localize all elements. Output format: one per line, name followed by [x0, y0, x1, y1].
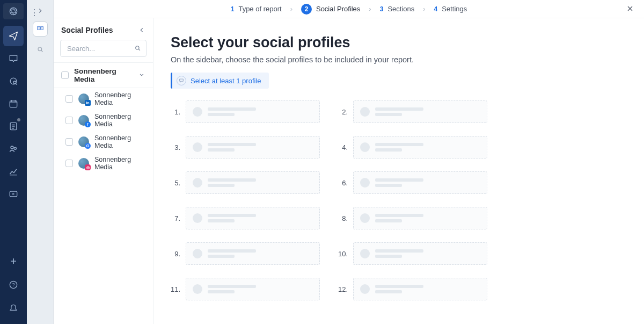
profile-group-header[interactable]: Sonnenberg Media [54, 62, 153, 88]
sidebar-title: Social Profiles [61, 26, 113, 34]
slot-placeholder [186, 242, 320, 265]
slot-number: 9. [171, 250, 180, 258]
profile-slot[interactable]: 8. [338, 207, 487, 229]
step-sections[interactable]: 3Sections [380, 5, 415, 13]
group-name: Sonnenberg Media [74, 67, 133, 83]
profile-slot[interactable]: 9. [171, 242, 320, 265]
fb-badge-icon: f [85, 121, 91, 127]
chevron-down-icon[interactable] [138, 71, 145, 80]
slot-placeholder [353, 136, 487, 159]
gb-badge-icon: G [85, 143, 91, 149]
slot-number: 4. [338, 143, 348, 152]
profile-row[interactable]: GSonnenberg Media [54, 131, 153, 153]
profile-slot[interactable]: 4. [338, 136, 487, 159]
collapse-sidebar-icon[interactable] [138, 26, 145, 34]
profile-slot[interactable]: 5. [171, 171, 320, 194]
slot-placeholder [186, 100, 320, 123]
page-title: Select your social profiles [171, 34, 623, 51]
profile-slot[interactable]: 3. [171, 136, 320, 159]
profile-avatar: ◎ [78, 158, 89, 169]
nav-add-icon[interactable] [3, 251, 24, 271]
nav-notifications-icon[interactable] [3, 298, 24, 319]
slot-placeholder [353, 171, 487, 194]
subnav-search-icon[interactable] [33, 42, 48, 57]
profile-avatar: f [78, 115, 89, 126]
svg-point-14 [38, 27, 39, 28]
profile-checkbox[interactable] [65, 138, 73, 146]
slot-placeholder [186, 278, 320, 300]
nav-inbox-icon[interactable] [3, 48, 24, 69]
profile-checkbox[interactable] [65, 160, 73, 167]
close-icon[interactable] [626, 4, 634, 15]
ig-badge-icon: ◎ [85, 164, 91, 170]
svg-point-7 [11, 146, 13, 149]
profile-label: Sonnenberg Media [94, 156, 145, 171]
search-input-wrapper [60, 40, 147, 57]
profile-slot[interactable]: 10. [338, 242, 487, 265]
svg-text:?: ? [12, 282, 14, 287]
search-icon[interactable] [134, 44, 142, 54]
secondary-nav-rail: ⋮ [27, 0, 54, 324]
svg-point-15 [38, 47, 42, 51]
slot-placeholder [353, 242, 487, 265]
step-settings[interactable]: 4Settings [434, 5, 467, 13]
profile-row[interactable]: fSonnenberg Media [54, 110, 153, 131]
slot-placeholder [353, 100, 487, 123]
nav-listening-icon[interactable] [3, 71, 24, 91]
slot-number: 11. [171, 285, 180, 293]
profile-slot[interactable]: 1. [171, 100, 320, 123]
nav-analytics-icon[interactable] [3, 161, 24, 182]
tip-text: Select at least 1 profile [191, 77, 261, 85]
svg-point-8 [14, 147, 16, 149]
profile-slots: 1.3.5.7.9.11. 2.4.6.8.10.12. [171, 100, 623, 300]
profile-slot[interactable]: 12. [338, 278, 487, 300]
nav-team-icon[interactable] [3, 139, 24, 159]
profile-avatar: in [78, 93, 89, 104]
slot-number: 10. [338, 250, 348, 258]
slot-placeholder [186, 207, 320, 229]
svg-rect-5 [10, 101, 17, 107]
profiles-sidebar: Social Profiles Sonnenberg Media inSonne… [54, 18, 153, 324]
step-type-of-report[interactable]: 1Type of report [231, 5, 282, 13]
group-checkbox[interactable] [61, 71, 69, 79]
tip-banner: Select at least 1 profile [171, 73, 269, 89]
nav-calendar-icon[interactable] [3, 93, 24, 114]
nav-publish-icon[interactable] [3, 26, 24, 46]
profile-label: Sonnenberg Media [94, 113, 145, 128]
page-subtitle: On the sidebar, choose the social profil… [171, 55, 623, 64]
slot-placeholder [186, 136, 320, 159]
profile-row[interactable]: ◎Sonnenberg Media [54, 153, 153, 174]
slot-number: 2. [338, 108, 348, 116]
main-content: Select your social profiles On the sideb… [153, 18, 644, 324]
svg-point-1 [10, 10, 17, 13]
profile-checkbox[interactable] [65, 95, 73, 103]
slot-number: 5. [171, 179, 180, 187]
slot-placeholder [353, 207, 487, 229]
chevron-right-icon: › [423, 5, 425, 13]
profile-row[interactable]: inSonnenberg Media [54, 88, 153, 110]
chat-bubble-icon [177, 76, 186, 85]
nav-help-icon[interactable]: ? [3, 275, 24, 295]
profile-checkbox[interactable] [65, 117, 73, 124]
profile-slot[interactable]: 7. [171, 207, 320, 229]
wizard-breadcrumbs: 1Type of report › 2Social Profiles › 3Se… [54, 0, 644, 18]
profile-avatar: G [78, 136, 89, 147]
app-logo [3, 3, 24, 19]
profile-slot[interactable]: 2. [338, 100, 487, 123]
slot-number: 7. [171, 214, 180, 222]
chevron-right-icon: › [369, 5, 371, 13]
slot-placeholder [186, 171, 320, 194]
profile-slot[interactable]: 6. [338, 171, 487, 194]
nav-tasks-icon[interactable] [3, 116, 24, 136]
profile-label: Sonnenberg Media [94, 91, 145, 106]
subnav-reports-icon[interactable] [33, 21, 48, 37]
profile-label: Sonnenberg Media [94, 134, 145, 149]
slot-number: 1. [171, 108, 180, 116]
primary-nav-rail: ? [0, 0, 27, 324]
nav-library-icon[interactable] [3, 184, 24, 204]
step-social-profiles[interactable]: 2Social Profiles [301, 4, 360, 15]
profile-slot[interactable]: 11. [171, 278, 320, 300]
slot-number: 6. [338, 179, 348, 187]
slot-number: 12. [338, 285, 348, 293]
slot-placeholder [353, 278, 487, 300]
